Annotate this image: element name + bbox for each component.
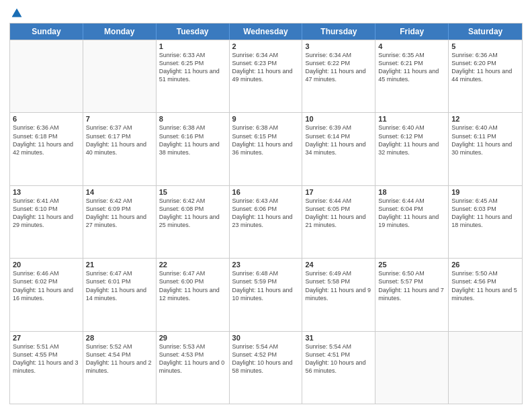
cal-cell-day-30: 30Sunrise: 5:54 AM Sunset: 4:52 PM Dayli… — [230, 332, 303, 404]
calendar: SundayMondayTuesdayWednesdayThursdayFrid… — [9, 23, 523, 404]
day-number: 10 — [305, 115, 372, 123]
day-number: 11 — [378, 115, 445, 123]
cell-info: Sunrise: 6:34 AM Sunset: 6:22 PM Dayligh… — [305, 51, 372, 84]
day-number: 17 — [305, 188, 372, 196]
day-number: 20 — [13, 261, 80, 269]
cal-cell-day-10: 10Sunrise: 6:39 AM Sunset: 6:14 PM Dayli… — [302, 113, 375, 185]
cal-cell-day-27: 27Sunrise: 5:51 AM Sunset: 4:55 PM Dayli… — [10, 332, 83, 404]
day-number: 15 — [159, 188, 226, 196]
cell-info: Sunrise: 5:50 AM Sunset: 4:56 PM Dayligh… — [451, 269, 519, 302]
calendar-row-4: 27Sunrise: 5:51 AM Sunset: 4:55 PM Dayli… — [10, 331, 522, 404]
cal-cell-day-4: 4Sunrise: 6:35 AM Sunset: 6:21 PM Daylig… — [375, 40, 449, 112]
cal-cell-day-6: 6Sunrise: 6:36 AM Sunset: 6:18 PM Daylig… — [10, 113, 83, 185]
cell-info: Sunrise: 6:50 AM Sunset: 5:57 PM Dayligh… — [378, 269, 445, 302]
cell-info: Sunrise: 6:49 AM Sunset: 5:58 PM Dayligh… — [305, 269, 372, 302]
day-number: 21 — [86, 261, 153, 269]
cal-cell-day-2: 2Sunrise: 6:34 AM Sunset: 6:23 PM Daylig… — [230, 40, 303, 112]
header-day-wednesday: Wednesday — [230, 24, 303, 40]
cal-cell-day-12: 12Sunrise: 6:40 AM Sunset: 6:11 PM Dayli… — [449, 113, 522, 185]
cal-cell-empty — [83, 40, 157, 112]
svg-marker-1 — [12, 9, 21, 17]
cell-info: Sunrise: 6:42 AM Sunset: 6:08 PM Dayligh… — [159, 197, 226, 230]
cell-info: Sunrise: 6:48 AM Sunset: 5:59 PM Dayligh… — [232, 269, 300, 302]
cal-cell-day-19: 19Sunrise: 6:45 AM Sunset: 6:03 PM Dayli… — [449, 186, 522, 258]
day-number: 7 — [86, 115, 153, 123]
cell-info: Sunrise: 6:37 AM Sunset: 6:17 PM Dayligh… — [86, 124, 153, 156]
cal-cell-day-24: 24Sunrise: 6:49 AM Sunset: 5:58 PM Dayli… — [302, 259, 375, 330]
day-number: 16 — [232, 188, 300, 196]
header-day-saturday: Saturday — [449, 24, 522, 40]
calendar-row-1: 6Sunrise: 6:36 AM Sunset: 6:18 PM Daylig… — [10, 112, 522, 185]
cell-info: Sunrise: 6:40 AM Sunset: 6:12 PM Dayligh… — [378, 124, 445, 156]
calendar-row-2: 13Sunrise: 6:41 AM Sunset: 6:10 PM Dayli… — [10, 185, 522, 258]
cell-info: Sunrise: 6:38 AM Sunset: 6:16 PM Dayligh… — [159, 124, 226, 156]
cell-info: Sunrise: 5:53 AM Sunset: 4:53 PM Dayligh… — [159, 342, 226, 375]
cell-info: Sunrise: 6:38 AM Sunset: 6:15 PM Dayligh… — [232, 124, 300, 156]
cal-cell-empty — [10, 40, 83, 112]
day-number: 24 — [305, 261, 372, 269]
logo — [9, 7, 23, 19]
cal-cell-day-25: 25Sunrise: 6:50 AM Sunset: 5:57 PM Dayli… — [375, 259, 449, 330]
header-day-tuesday: Tuesday — [157, 24, 230, 40]
day-number: 13 — [13, 188, 80, 196]
day-number: 4 — [378, 42, 445, 50]
cal-cell-day-22: 22Sunrise: 6:47 AM Sunset: 6:00 PM Dayli… — [157, 259, 230, 330]
header-day-monday: Monday — [83, 24, 157, 40]
cal-cell-day-29: 29Sunrise: 5:53 AM Sunset: 4:53 PM Dayli… — [157, 332, 230, 404]
cell-info: Sunrise: 6:36 AM Sunset: 6:20 PM Dayligh… — [451, 51, 519, 84]
cal-cell-day-18: 18Sunrise: 6:44 AM Sunset: 6:04 PM Dayli… — [375, 186, 449, 258]
logo-icon — [11, 7, 23, 19]
day-number: 29 — [159, 334, 226, 342]
day-number: 22 — [159, 261, 226, 269]
cell-info: Sunrise: 6:33 AM Sunset: 6:25 PM Dayligh… — [159, 51, 226, 84]
cal-cell-day-3: 3Sunrise: 6:34 AM Sunset: 6:22 PM Daylig… — [302, 40, 375, 112]
cal-cell-day-20: 20Sunrise: 6:46 AM Sunset: 6:02 PM Dayli… — [10, 259, 83, 330]
day-number: 9 — [232, 115, 300, 123]
cal-cell-day-26: 26Sunrise: 5:50 AM Sunset: 4:56 PM Dayli… — [449, 259, 522, 330]
cell-info: Sunrise: 5:51 AM Sunset: 4:55 PM Dayligh… — [13, 342, 80, 375]
cell-info: Sunrise: 6:46 AM Sunset: 6:02 PM Dayligh… — [13, 269, 80, 302]
day-number: 6 — [13, 115, 80, 123]
day-number: 26 — [451, 261, 519, 269]
page: SundayMondayTuesdayWednesdayThursdayFrid… — [0, 0, 532, 411]
day-number: 23 — [232, 261, 300, 269]
header-day-sunday: Sunday — [10, 24, 83, 40]
cell-info: Sunrise: 6:44 AM Sunset: 6:05 PM Dayligh… — [305, 197, 372, 230]
header-day-friday: Friday — [375, 24, 449, 40]
cal-cell-day-15: 15Sunrise: 6:42 AM Sunset: 6:08 PM Dayli… — [157, 186, 230, 258]
cell-info: Sunrise: 6:41 AM Sunset: 6:10 PM Dayligh… — [13, 197, 80, 230]
cal-cell-day-14: 14Sunrise: 6:42 AM Sunset: 6:09 PM Dayli… — [83, 186, 157, 258]
cell-info: Sunrise: 6:44 AM Sunset: 6:04 PM Dayligh… — [378, 197, 445, 230]
day-number: 5 — [451, 42, 519, 50]
header — [9, 7, 523, 19]
day-number: 27 — [13, 334, 80, 342]
cal-cell-day-1: 1Sunrise: 6:33 AM Sunset: 6:25 PM Daylig… — [157, 40, 230, 112]
cell-info: Sunrise: 6:36 AM Sunset: 6:18 PM Dayligh… — [13, 124, 80, 156]
calendar-row-3: 20Sunrise: 6:46 AM Sunset: 6:02 PM Dayli… — [10, 258, 522, 330]
cell-info: Sunrise: 6:39 AM Sunset: 6:14 PM Dayligh… — [305, 124, 372, 156]
day-number: 25 — [378, 261, 445, 269]
cal-cell-day-17: 17Sunrise: 6:44 AM Sunset: 6:05 PM Dayli… — [302, 186, 375, 258]
calendar-row-0: 1Sunrise: 6:33 AM Sunset: 6:25 PM Daylig… — [10, 40, 522, 112]
cell-info: Sunrise: 5:54 AM Sunset: 4:52 PM Dayligh… — [232, 342, 300, 375]
cell-info: Sunrise: 6:40 AM Sunset: 6:11 PM Dayligh… — [451, 124, 519, 156]
day-number: 28 — [86, 334, 153, 342]
cal-cell-empty — [449, 332, 522, 404]
cell-info: Sunrise: 5:52 AM Sunset: 4:54 PM Dayligh… — [86, 342, 153, 375]
day-number: 18 — [378, 188, 445, 196]
cal-cell-day-9: 9Sunrise: 6:38 AM Sunset: 6:15 PM Daylig… — [230, 113, 303, 185]
cell-info: Sunrise: 6:43 AM Sunset: 6:06 PM Dayligh… — [232, 197, 300, 230]
day-number: 19 — [451, 188, 519, 196]
cal-cell-empty — [375, 332, 449, 404]
calendar-body: 1Sunrise: 6:33 AM Sunset: 6:25 PM Daylig… — [10, 40, 522, 404]
day-number: 3 — [305, 42, 372, 50]
day-number: 2 — [232, 42, 300, 50]
cal-cell-day-21: 21Sunrise: 6:47 AM Sunset: 6:01 PM Dayli… — [83, 259, 157, 330]
cal-cell-day-8: 8Sunrise: 6:38 AM Sunset: 6:16 PM Daylig… — [157, 113, 230, 185]
cell-info: Sunrise: 6:47 AM Sunset: 6:00 PM Dayligh… — [159, 269, 226, 302]
day-number: 1 — [159, 42, 226, 50]
cal-cell-day-16: 16Sunrise: 6:43 AM Sunset: 6:06 PM Dayli… — [230, 186, 303, 258]
cell-info: Sunrise: 6:45 AM Sunset: 6:03 PM Dayligh… — [451, 197, 519, 230]
cell-info: Sunrise: 6:34 AM Sunset: 6:23 PM Dayligh… — [232, 51, 300, 84]
cell-info: Sunrise: 6:42 AM Sunset: 6:09 PM Dayligh… — [86, 197, 153, 230]
